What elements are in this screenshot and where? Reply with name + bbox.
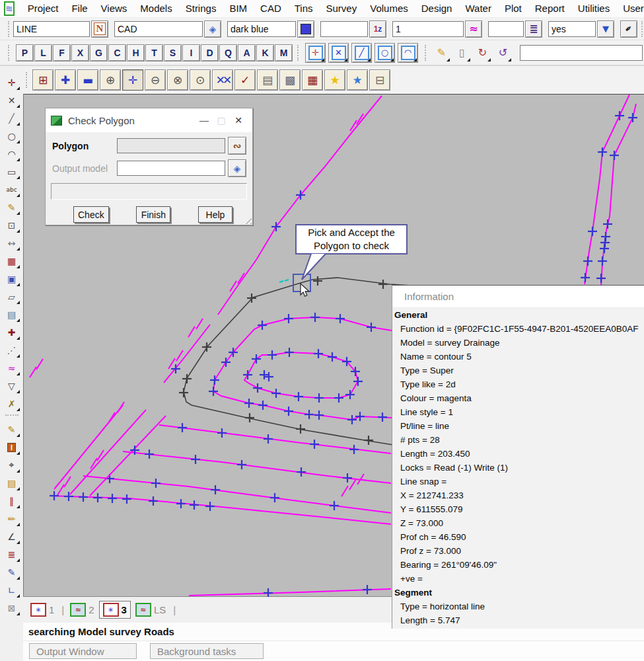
pan-button[interactable]: ✛	[122, 69, 143, 91]
menu-bim[interactable]: BIM	[223, 1, 254, 15]
zoom-in-plus-button[interactable]: ✚	[55, 69, 76, 91]
move-button[interactable]: ✚	[3, 324, 20, 340]
menu-design[interactable]: Design	[415, 1, 459, 15]
shield-polygon-button[interactable]: ▽	[3, 377, 20, 394]
draw-string-button[interactable]: ✎	[433, 44, 450, 62]
snap-toggle-l[interactable]: L	[34, 44, 52, 61]
survey-instrument-button[interactable]: ⌖	[3, 457, 20, 473]
string-sheet-button[interactable]: ▯	[453, 44, 471, 62]
vertical-2[interactable]	[601, 104, 636, 286]
menu-strings[interactable]: Strings	[179, 1, 223, 15]
menu-tins[interactable]: Tins	[288, 1, 320, 15]
maximize-icon[interactable]: ▢	[213, 115, 230, 126]
rectangle-button[interactable]: ▭	[3, 163, 20, 180]
menu-volumes[interactable]: Volumes	[363, 1, 415, 15]
minimize-icon[interactable]: —	[196, 115, 213, 126]
check-button[interactable]: Check	[73, 206, 109, 223]
measure-button[interactable]: ↔	[3, 235, 20, 251]
view-tab-1[interactable]: ∗1	[27, 602, 57, 618]
snap-toggle-c[interactable]: C	[108, 44, 126, 61]
menu-report[interactable]: Report	[528, 1, 571, 15]
favourites-blue-button[interactable]: ★	[347, 69, 368, 91]
pane-button[interactable]: ⊟	[369, 69, 390, 91]
model-field[interactable]	[114, 21, 203, 37]
menu-models[interactable]: Models	[133, 1, 178, 15]
zoom-all-button[interactable]: ⊗	[167, 69, 188, 91]
recalc-string-button[interactable]: ↻	[474, 44, 491, 62]
dialog-title-bar[interactable]: Check Polygon — ▢ ✕	[46, 108, 252, 132]
polygon-button[interactable]: ▱	[3, 288, 20, 305]
menu-file[interactable]: File	[65, 1, 94, 15]
linestyle-picker-button[interactable]: ≈	[465, 20, 482, 38]
zoom-magnify-button[interactable]: ⊕	[100, 69, 121, 91]
toolbar-drag-handle[interactable]	[26, 72, 30, 88]
eyedropper-button[interactable]: ✒	[620, 20, 637, 38]
grid-button[interactable]: ▦	[3, 253, 20, 269]
railway-button[interactable]: ≣	[3, 546, 20, 563]
vertical-1[interactable]	[585, 95, 629, 284]
help-button[interactable]: Help	[198, 206, 233, 223]
menu-project[interactable]: Project	[21, 1, 65, 15]
plot-printer-button[interactable]: ▤	[257, 69, 278, 91]
view-tab-2[interactable]: ≈2	[67, 602, 97, 618]
delete-views-button[interactable]: ✕✕	[212, 69, 233, 91]
text-abc-button[interactable]: abc	[3, 181, 20, 198]
menu-plot[interactable]: Plot	[498, 1, 528, 15]
height-picker-button[interactable]: 1z	[369, 20, 386, 38]
background-tasks-button[interactable]: Background tasks	[150, 643, 264, 659]
retriangulate-button[interactable]: ↺	[494, 44, 512, 62]
intersection-snap-button[interactable]: ✕	[328, 43, 349, 63]
circle-snap-button[interactable]: ○	[375, 43, 395, 63]
output-model-choose-button[interactable]: ◈	[228, 159, 246, 177]
copy-view-button[interactable]: ▩	[279, 69, 301, 91]
weight-field[interactable]	[488, 21, 524, 37]
dotted-angle-button[interactable]: ⋰	[3, 342, 20, 358]
pipe-edit-button[interactable]: ✎	[3, 564, 20, 580]
linestyle-field[interactable]	[392, 21, 464, 37]
snap-toggle-i[interactable]: I	[182, 44, 200, 61]
plan-view-canvas[interactable]: Check Polygon — ▢ ✕ Polygon ∾ Output mod…	[23, 94, 644, 596]
arc-snap-button[interactable]: ◠	[398, 43, 418, 63]
circle-button[interactable]: ○	[3, 128, 20, 144]
zoom-previous-button[interactable]: ⊙	[190, 69, 211, 91]
point-snap-button[interactable]: ✛	[305, 43, 326, 63]
road-button[interactable]: ∥	[3, 492, 20, 509]
arc-button[interactable]: ◠	[3, 145, 20, 162]
close-icon[interactable]: ✕	[230, 115, 247, 126]
breakline-picker-button[interactable]: ▼	[597, 20, 614, 38]
multicolor-line-button[interactable]: ≈	[3, 360, 20, 376]
command-input[interactable]	[520, 45, 643, 61]
snap-toggle-g[interactable]: G	[90, 44, 108, 61]
pencil-wave-button[interactable]: ✏	[3, 510, 20, 527]
toolbar-drag-handle[interactable]	[297, 45, 301, 61]
snap-toggle-d[interactable]: D	[201, 44, 219, 61]
grid-sheet-button[interactable]: ▦	[302, 69, 323, 91]
menu-views[interactable]: Views	[94, 1, 134, 15]
finish-button[interactable]: Finish	[136, 206, 170, 223]
snap-toggle-q[interactable]: Q	[219, 44, 237, 61]
snap-toggle-f[interactable]: F	[53, 44, 71, 61]
colour-field[interactable]	[227, 21, 296, 37]
notepad-button[interactable]: ▤	[3, 475, 20, 491]
point-snap-button[interactable]: ✛	[3, 74, 20, 91]
menu-survey[interactable]: Survey	[320, 1, 364, 15]
windows-button[interactable]: ⊞	[32, 69, 54, 91]
output-model-input[interactable]	[117, 161, 225, 176]
resize-grip[interactable]	[244, 216, 252, 224]
angle-line-button[interactable]: ∠	[3, 528, 20, 545]
weight-picker-button[interactable]: ≣	[525, 20, 542, 38]
pipe-bend-button[interactable]: ∟	[3, 582, 20, 598]
snap-toggle-x[interactable]: X	[71, 44, 89, 61]
colour-picker-button[interactable]	[297, 20, 314, 38]
menu-water[interactable]: Water	[458, 1, 497, 15]
view-tab-ls[interactable]: ≈LS	[132, 602, 169, 618]
snap-toggle-m[interactable]: M	[275, 44, 293, 61]
delete-point-button[interactable]: ✗	[3, 395, 20, 412]
line-snap-button[interactable]: ╱	[351, 43, 372, 63]
grid-cross-button[interactable]: ⊠	[3, 600, 20, 616]
fan-3[interactable]	[83, 476, 391, 513]
output-window-button[interactable]: Output Window	[29, 643, 137, 659]
polygon-input[interactable]	[117, 138, 225, 153]
redraw-brush-button[interactable]: ✓	[234, 69, 256, 91]
snap-toggle-t[interactable]: T	[145, 44, 163, 61]
